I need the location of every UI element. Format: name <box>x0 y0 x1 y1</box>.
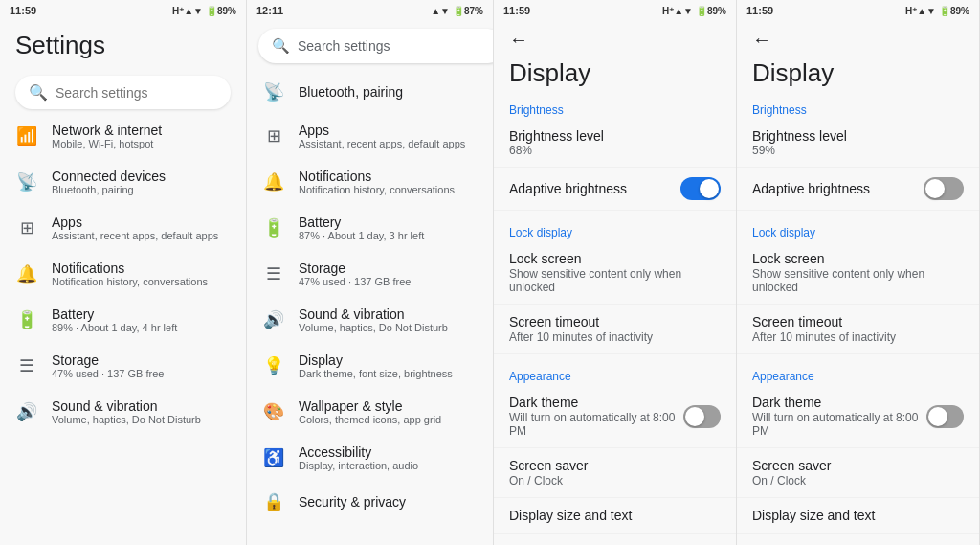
network-subtitle: Mobile, Wi-Fi, hotspot <box>52 138 162 149</box>
adaptive-brightness-toggle-2[interactable] <box>924 177 964 200</box>
sound-icon: 🔊 <box>15 400 38 423</box>
sound-title: Sound & vibration <box>52 398 201 414</box>
toggle-thumb-1 <box>700 179 719 198</box>
time-4: 11:59 <box>746 5 773 16</box>
screen-saver-item-1[interactable]: Screen saver On / Clock <box>494 448 736 498</box>
result-notifications[interactable]: 🔔 Notifications Notification history, co… <box>247 159 493 205</box>
battery-title: Battery <box>52 307 177 322</box>
search-bar-main[interactable]: 🔍 <box>15 76 231 109</box>
panel-search-settings: 12:11 ▲▼ 🔋87% 🔍 Search settings 📡 Blueto… <box>247 0 494 545</box>
adaptive-brightness-title-1: Adaptive brightness <box>509 181 627 196</box>
settings-item-apps[interactable]: ⊞ Apps Assistant, recent apps, default a… <box>0 205 246 251</box>
display-nav-header: ← <box>494 21 736 55</box>
settings-item-storage[interactable]: ☰ Storage 47% used · 137 GB free <box>0 343 246 389</box>
settings-item-battery[interactable]: 🔋 Battery 89% · About 1 day, 4 hr left <box>0 297 246 343</box>
back-button-2[interactable]: ← <box>752 29 771 51</box>
signal-1: H⁺▲▼ <box>172 6 203 16</box>
apps-title-2: Apps <box>299 123 465 138</box>
display-content-1: Brightness Brightness level 68% Adaptive… <box>494 96 736 545</box>
result-bluetooth[interactable]: 📡 Bluetooth, pairing <box>247 71 493 113</box>
screen-timeout-item-2[interactable]: Screen timeout After 10 minutes of inact… <box>737 305 979 354</box>
result-sound[interactable]: 🔊 Sound & vibration Volume, haptics, Do … <box>247 297 493 343</box>
lock-screen-item-1[interactable]: Lock screen Show sensitive content only … <box>494 241 736 305</box>
appearance-label-2: Appearance <box>737 362 979 385</box>
lock-screen-item-2[interactable]: Lock screen Show sensitive content only … <box>737 241 979 305</box>
display-size-item-1[interactable]: Display size and text <box>494 498 736 534</box>
wallpaper-title: Wallpaper & style <box>299 398 441 414</box>
adaptive-brightness-item-2[interactable]: Adaptive brightness <box>737 168 979 211</box>
brightness-level-item-2[interactable]: Brightness level 59% <box>737 119 979 168</box>
adaptive-brightness-item-1[interactable]: Adaptive brightness <box>494 168 736 211</box>
storage-title: Storage <box>52 352 164 368</box>
dark-theme-toggle-2[interactable] <box>926 405 964 428</box>
connected-subtitle: Bluetooth, pairing <box>52 184 166 195</box>
status-bar-4: 11:59 H⁺▲▼ 🔋89% <box>737 0 979 21</box>
apps-title: Apps <box>52 215 218 230</box>
dark-theme-item-1[interactable]: Dark theme Will turn on automatically at… <box>494 385 736 448</box>
panel-display-1: 11:59 H⁺▲▼ 🔋89% ← Display Brightness Bri… <box>494 0 737 545</box>
search-input[interactable] <box>56 85 217 101</box>
result-security[interactable]: 🔒 Security & privacy <box>247 481 493 523</box>
battery-subtitle: 89% · About 1 day, 4 hr left <box>52 322 177 333</box>
screen-timeout-subtitle-2: After 10 minutes of inactivity <box>752 330 964 344</box>
result-battery[interactable]: 🔋 Battery 87% · About 1 day, 3 hr left <box>247 205 493 251</box>
dark-theme-title-2: Dark theme <box>752 395 926 410</box>
lock-display-label-2: Lock display <box>737 218 979 241</box>
time-3: 11:59 <box>503 5 530 16</box>
result-wallpaper[interactable]: 🎨 Wallpaper & style Colors, themed icons… <box>247 389 493 435</box>
settings-item-notifications[interactable]: 🔔 Notifications Notification history, co… <box>0 251 246 297</box>
settings-item-sound[interactable]: 🔊 Sound & vibration Volume, haptics, Do … <box>0 389 246 435</box>
settings-item-connected[interactable]: 📡 Connected devices Bluetooth, pairing <box>0 159 246 205</box>
display-title-2: Display <box>299 352 453 368</box>
screen-timeout-title-1: Screen timeout <box>509 314 721 329</box>
search-results-list: 📡 Bluetooth, pairing ⊞ Apps Assistant, r… <box>247 71 493 545</box>
settings-header: Settings 🔍 <box>0 21 246 113</box>
search-bar-2[interactable]: 🔍 Search settings <box>258 29 494 63</box>
display-subtitle-2: Dark theme, font size, brightness <box>299 368 453 379</box>
lock-display-label-1: Lock display <box>494 218 736 241</box>
brightness-level-item-1[interactable]: Brightness level 68% <box>494 119 736 168</box>
status-bar-3: 11:59 H⁺▲▼ 🔋89% <box>494 0 736 21</box>
lock-screen-title-2: Lock screen <box>752 251 964 266</box>
brightness-section-label-1: Brightness <box>494 96 736 119</box>
dark-theme-toggle-1[interactable] <box>683 405 721 428</box>
notifications-title-2: Notifications <box>299 169 455 184</box>
result-accessibility[interactable]: ♿ Accessibility Display, interaction, au… <box>247 435 493 481</box>
result-display[interactable]: 💡 Display Dark theme, font size, brightn… <box>247 343 493 389</box>
apps-icon-2: ⊞ <box>262 125 285 148</box>
wallpaper-icon: 🎨 <box>262 400 285 423</box>
battery-2: 🔋87% <box>453 6 483 16</box>
battery-subtitle-2: 87% · About 1 day, 3 hr left <box>299 230 424 241</box>
bell-icon: 🔔 <box>15 262 38 285</box>
panel-display-2: 11:59 H⁺▲▼ 🔋89% ← Display Brightness Bri… <box>737 0 980 545</box>
storage-icon-2: ☰ <box>262 262 285 285</box>
panel-settings-main: 11:59 H⁺▲▼ 🔋89% Settings 🔍 📶 Network & i… <box>0 0 247 545</box>
result-apps[interactable]: ⊞ Apps Assistant, recent apps, default a… <box>247 113 493 159</box>
screen-saver-item-2[interactable]: Screen saver On / Clock <box>737 448 979 498</box>
dark-theme-item-2[interactable]: Dark theme Will turn on automatically at… <box>737 385 979 448</box>
settings-item-network[interactable]: 📶 Network & internet Mobile, Wi-Fi, hots… <box>0 113 246 159</box>
bluetooth-icon: 📡 <box>262 80 285 103</box>
connected-title: Connected devices <box>52 169 166 184</box>
screen-timeout-item-1[interactable]: Screen timeout After 10 minutes of inact… <box>494 305 736 354</box>
result-storage[interactable]: ☰ Storage 47% used · 137 GB free <box>247 251 493 297</box>
back-button-1[interactable]: ← <box>509 29 528 51</box>
adaptive-brightness-toggle-1[interactable] <box>680 177 721 200</box>
display-icon: 💡 <box>262 354 285 377</box>
display-size-item-2[interactable]: Display size and text <box>737 498 979 534</box>
signal-3: H⁺▲▼ <box>662 6 693 16</box>
sound-subtitle-2: Volume, haptics, Do Not Disturb <box>299 322 448 333</box>
toggle-thumb-dark-1 <box>685 407 704 426</box>
brightness-level-title-2: Brightness level <box>752 128 964 144</box>
wifi-icon: 📶 <box>15 125 38 148</box>
display-size-title-2: Display size and text <box>752 508 964 523</box>
battery-3: 🔋89% <box>696 6 726 16</box>
search-icon: 🔍 <box>29 83 48 102</box>
storage-title-2: Storage <box>299 261 411 276</box>
dark-theme-subtitle-2: Will turn on automatically at 8:00 PM <box>752 411 926 438</box>
screen-saver-title-2: Screen saver <box>752 458 964 473</box>
screen-saver-subtitle-1: On / Clock <box>509 474 721 488</box>
display-content-2: Brightness Brightness level 59% Adaptive… <box>737 96 979 545</box>
accessibility-title: Accessibility <box>299 444 418 460</box>
storage-subtitle: 47% used · 137 GB free <box>52 368 164 379</box>
